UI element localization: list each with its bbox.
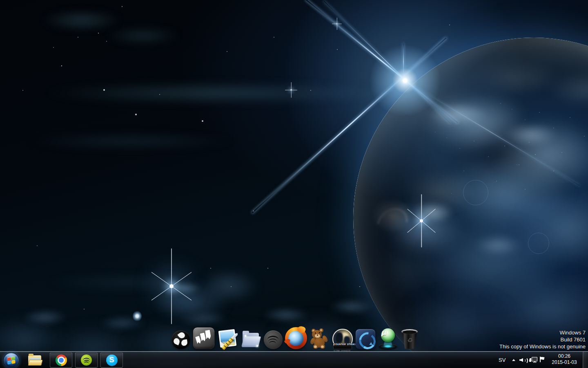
taskbar-item-chrome[interactable] bbox=[50, 352, 72, 368]
taskbar-item-skype[interactable]: S bbox=[100, 352, 123, 368]
sparkle-glow bbox=[133, 311, 142, 321]
start-button[interactable] bbox=[3, 352, 19, 368]
desktop: Windows 7 Build 7601 This copy of Window… bbox=[0, 0, 588, 368]
genuine-watermark: Windows 7 Build 7601 This copy of Window… bbox=[499, 329, 586, 350]
volume-icon[interactable] bbox=[519, 357, 528, 364]
clock-time: 00:26 bbox=[550, 353, 578, 359]
network-icon[interactable] bbox=[529, 357, 537, 364]
explorer-folder-front bbox=[28, 360, 42, 366]
wallpaper-space-earth bbox=[0, 0, 588, 368]
skype-icon: S bbox=[106, 355, 118, 366]
dock: COUNTER STRIKE GLOBAL OFFENSIVE µ ♻ bbox=[172, 327, 419, 349]
utorrent-mu-glyph: µ bbox=[381, 328, 395, 342]
dock-item-image-editor-icon[interactable] bbox=[217, 329, 238, 349]
dock-item-grey-sails-app-icon[interactable] bbox=[193, 327, 215, 349]
dock-item-recycle-bin-icon[interactable]: ♻ bbox=[400, 329, 419, 349]
dock-item-utorrent-icon[interactable]: µ bbox=[378, 328, 398, 349]
dock-item-teddy-bear-icon[interactable] bbox=[310, 329, 330, 349]
recycle-symbol: ♻ bbox=[400, 337, 419, 344]
dock-item-battle-net-icon[interactable] bbox=[355, 329, 376, 349]
chrome-icon bbox=[56, 355, 67, 366]
show-desktop-button[interactable] bbox=[582, 352, 588, 368]
taskbar-item-spotify[interactable] bbox=[75, 352, 98, 368]
watermark-line-2: Build 7601 bbox=[499, 336, 586, 343]
watermark-line-3: This copy of Windows is not genuine bbox=[499, 343, 586, 350]
windows-flag-icon bbox=[7, 357, 15, 365]
spotify-icon bbox=[81, 355, 92, 366]
dock-item-obs-icon[interactable] bbox=[172, 330, 190, 349]
csgo-banner-text-counter: COUNTER bbox=[334, 343, 346, 346]
action-center-flag-icon[interactable] bbox=[539, 357, 547, 364]
dock-item-counter-strike-icon[interactable]: COUNTER STRIKE GLOBAL OFFENSIVE bbox=[332, 329, 353, 349]
watermark-line-1: Windows 7 bbox=[499, 329, 586, 336]
language-indicator[interactable]: SV bbox=[499, 357, 506, 363]
taskbar-clock[interactable]: 00:26 2015-01-03 bbox=[550, 353, 578, 366]
dock-item-folder-icon[interactable] bbox=[241, 330, 261, 349]
dock-item-spotify-icon[interactable] bbox=[264, 330, 283, 349]
clock-date: 2015-01-03 bbox=[550, 359, 578, 366]
taskbar-item-explorer[interactable] bbox=[27, 353, 43, 367]
dock-item-firefox-icon[interactable] bbox=[285, 327, 307, 349]
show-hidden-icons-chevron-icon[interactable] bbox=[512, 359, 515, 361]
sun-flare-core bbox=[364, 40, 446, 121]
taskbar: S SV 00:26 2015-01-03 bbox=[0, 351, 588, 368]
